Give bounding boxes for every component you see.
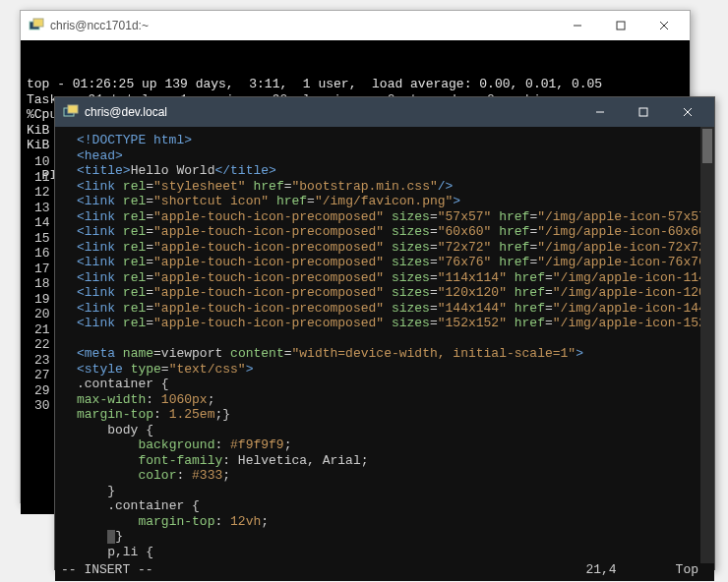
svg-rect-1 — [33, 19, 43, 27]
maximize-button[interactable] — [622, 97, 665, 127]
titlebar-back[interactable]: chris@ncc1701d:~ — [21, 11, 690, 40]
titlebar-front[interactable]: chris@dev.local — [55, 97, 714, 127]
close-button[interactable] — [665, 97, 710, 127]
svg-rect-7 — [68, 105, 78, 113]
putty-icon — [63, 104, 79, 120]
vim-statusline: -- INSERT -- 21,4 Top — [61, 562, 698, 578]
editor-area[interactable]: <!DOCTYPE html> <head> <title>Hello Worl… — [55, 127, 714, 581]
maximize-button[interactable] — [599, 11, 642, 40]
minimize-button[interactable] — [578, 97, 622, 127]
svg-rect-9 — [639, 108, 647, 116]
svg-rect-3 — [617, 22, 625, 29]
vim-mode: -- INSERT -- — [61, 562, 585, 578]
vim-cursor-pos: 21,4 — [585, 562, 616, 578]
terminal-window-front: chris@dev.local <!DOCTYPE html> <head> <… — [54, 96, 715, 570]
putty-icon — [29, 18, 44, 33]
scrollbar[interactable] — [700, 127, 714, 563]
minimize-button[interactable] — [556, 11, 599, 40]
window-title: chris@ncc1701d:~ — [50, 19, 556, 32]
window-title: chris@dev.local — [85, 105, 578, 119]
close-button[interactable] — [642, 11, 686, 40]
scrollbar-thumb[interactable] — [702, 129, 712, 163]
vim-scroll-pos: Top — [676, 562, 698, 578]
